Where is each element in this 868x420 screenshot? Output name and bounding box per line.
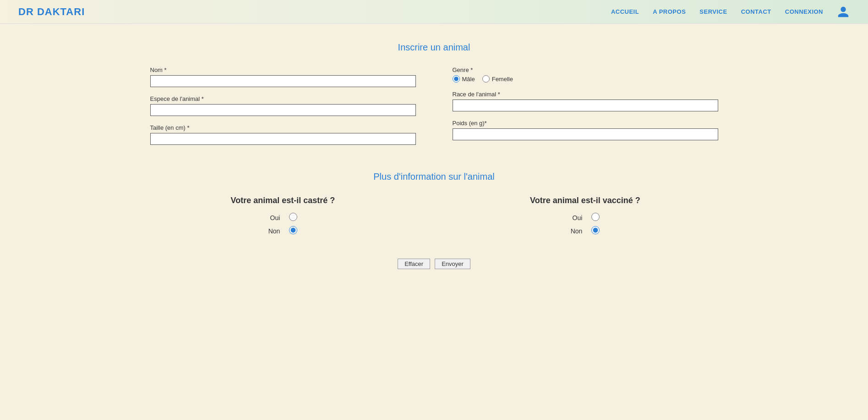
castration-oui-label: Oui — [268, 214, 280, 221]
genre-femelle-label: Femelle — [492, 76, 513, 83]
genre-radio-options: Mâle Femelle — [453, 75, 718, 83]
poids-label: Poids (en g)* — [453, 120, 718, 127]
castration-oui-btn[interactable] — [289, 213, 297, 222]
genre-male-radio[interactable] — [453, 75, 460, 83]
left-column: Nom * Espece de l'animal * Taille (en cm… — [150, 66, 416, 153]
nav-apropos[interactable]: A PROPOS — [653, 8, 686, 15]
espece-group: Espece de l'animal * — [150, 95, 416, 116]
nav-connexion[interactable]: CONNEXION — [785, 8, 823, 15]
right-column: Genre * Mâle Femelle Race de l'animal * — [453, 66, 718, 153]
vaccination-radio-table: Oui Non — [571, 213, 600, 236]
section1-title: Inscrire un animal — [150, 42, 718, 53]
castration-non-label: Non — [268, 227, 280, 235]
vaccination-non-btn[interactable] — [591, 226, 600, 236]
castration-block: Votre animal est-il castré ? Oui Non — [150, 196, 416, 236]
race-input[interactable] — [453, 99, 718, 111]
nav-service[interactable]: SERVICE — [699, 8, 727, 15]
vaccination-question: Votre animal est-il vacciné ? — [530, 196, 640, 205]
vaccination-non-radio[interactable] — [591, 226, 600, 234]
nom-label: Nom * — [150, 66, 416, 73]
vaccination-non-label: Non — [571, 227, 583, 235]
nav-accueil[interactable]: ACCUEIL — [611, 8, 639, 15]
nav-contact[interactable]: CONTACT — [741, 8, 771, 15]
castration-non-radio[interactable] — [289, 226, 297, 234]
taille-input[interactable] — [150, 133, 416, 145]
animal-basic-form: Nom * Espece de l'animal * Taille (en cm… — [150, 66, 718, 153]
genre-male-option[interactable]: Mâle — [453, 75, 475, 83]
espece-input[interactable] — [150, 104, 416, 116]
vaccination-oui-btn[interactable] — [591, 213, 600, 222]
castration-non-btn[interactable] — [289, 226, 297, 236]
genre-label: Genre * — [453, 66, 718, 73]
form-actions: Effacer Envoyer — [150, 259, 718, 269]
genre-group: Genre * Mâle Femelle — [453, 66, 718, 83]
vaccination-oui-label: Oui — [571, 214, 583, 221]
genre-femelle-option[interactable]: Femelle — [482, 75, 513, 83]
taille-label: Taille (en cm) * — [150, 124, 416, 131]
espece-label: Espece de l'animal * — [150, 95, 416, 102]
navbar: DR DAKTARI ACCUEIL A PROPOS SERVICE CONT… — [0, 0, 868, 24]
genre-male-label: Mâle — [462, 76, 475, 83]
poids-input[interactable] — [453, 128, 718, 140]
user-avatar-icon[interactable] — [837, 6, 850, 18]
vaccination-oui-radio[interactable] — [591, 213, 600, 221]
vaccination-block: Votre animal est-il vacciné ? Oui Non — [453, 196, 718, 236]
extra-info-form: Votre animal est-il castré ? Oui Non Vot… — [150, 196, 718, 236]
poids-group: Poids (en g)* — [453, 120, 718, 140]
nom-input[interactable] — [150, 75, 416, 87]
castration-oui-radio[interactable] — [289, 213, 297, 221]
castration-radio-table: Oui Non — [268, 213, 298, 236]
genre-femelle-radio[interactable] — [482, 75, 490, 83]
effacer-button[interactable]: Effacer — [398, 259, 430, 269]
envoyer-button[interactable]: Envoyer — [435, 259, 470, 269]
nom-group: Nom * — [150, 66, 416, 87]
race-label: Race de l'animal * — [453, 91, 718, 98]
castration-question: Votre animal est-il castré ? — [231, 196, 335, 205]
nav-links: ACCUEIL A PROPOS SERVICE CONTACT CONNEXI… — [611, 6, 850, 18]
race-group: Race de l'animal * — [453, 91, 718, 111]
site-logo[interactable]: DR DAKTARI — [18, 6, 85, 18]
main-content: Inscrire un animal Nom * Espece de l'ani… — [114, 24, 755, 287]
taille-group: Taille (en cm) * — [150, 124, 416, 145]
section2-title: Plus d'information sur l'animal — [150, 171, 718, 182]
